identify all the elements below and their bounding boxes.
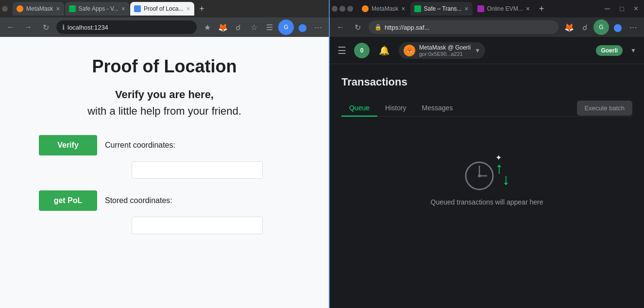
safe-apps-favicon	[69, 5, 76, 12]
tx-tab-queue-label: Queue	[349, 104, 370, 112]
bing-icon[interactable]: ⬤	[296, 20, 309, 34]
right-evm-favicon	[477, 5, 484, 12]
extensions-icon[interactable]: ☌	[232, 20, 245, 34]
page-title: Proof of Location	[92, 56, 237, 77]
tab-proof-left[interactable]: Proof of Loca... ×	[130, 2, 194, 16]
tab-close-safe-apps[interactable]: ×	[121, 5, 125, 13]
lock-icon: ℹ	[62, 23, 65, 31]
profile-initial: G	[284, 24, 288, 31]
forward-btn[interactable]: →	[21, 20, 35, 34]
verify-button[interactable]: Verify	[39, 135, 97, 155]
account-info: MetaMask @ Goerli gor:0x5E90...a221	[419, 44, 471, 57]
back-btn[interactable]: ←	[4, 20, 17, 34]
goerli-chevron-icon[interactable]: ▼	[630, 47, 636, 54]
right-browser-panel: MetaMask × Safe – Trans... × Online EVM.…	[330, 0, 644, 308]
favorites-icon[interactable]: ☆	[247, 20, 261, 34]
safe-status-circle[interactable]: 0	[354, 43, 370, 58]
right-window-controls	[332, 6, 353, 12]
right-extensions-icon[interactable]: ☌	[578, 20, 592, 34]
reload-btn[interactable]: ↻	[39, 20, 52, 34]
address-field[interactable]: ℹ localhost:1234	[56, 20, 197, 34]
notification-icon[interactable]: 🔔	[377, 44, 391, 57]
right-tab-label-metamask: MetaMask	[372, 5, 398, 12]
goerli-badge[interactable]: Goerli	[596, 45, 623, 56]
right-toolbar-icons: 🦊 ☌ G ⬤ ⋯	[562, 19, 640, 35]
star-icon[interactable]: ★	[201, 20, 214, 34]
right-tab-bar: MetaMask × Safe – Trans... × Online EVM.…	[330, 0, 644, 17]
right-minimize-window-btn[interactable]: ─	[601, 4, 614, 13]
tx-tab-history[interactable]: History	[377, 100, 414, 117]
tx-tabs-bar: Queue History Messages Execute batch	[341, 100, 632, 117]
right-profile-avatar[interactable]: G	[593, 19, 609, 35]
minimize-btn[interactable]	[2, 6, 8, 12]
right-restore-btn[interactable]	[339, 6, 345, 12]
tx-tab-queue[interactable]: Queue	[341, 100, 377, 117]
stored-coords-input[interactable]	[132, 217, 263, 234]
right-close-window-btn[interactable]: ×	[630, 4, 642, 13]
right-tab-close-safe-trans[interactable]: ×	[465, 5, 469, 13]
right-tab-close-evm[interactable]: ×	[526, 5, 530, 13]
get-pol-button[interactable]: get PoL	[39, 190, 97, 211]
safe-main-content: Transactions Queue History Messages Exec…	[330, 64, 644, 308]
right-minimize-btn[interactable]	[332, 6, 338, 12]
arrow-down-icon: ↓	[502, 171, 510, 188]
empty-state-icon: ✦ ↑ ↓	[462, 152, 511, 190]
new-tab-btn[interactable]: +	[195, 2, 209, 16]
hamburger-icon[interactable]: ☰	[338, 45, 346, 56]
transactions-title: Transactions	[341, 76, 632, 88]
tab-close-proof[interactable]: ×	[186, 5, 190, 13]
right-address-field[interactable]: 🔒 https://app.saf...	[369, 20, 559, 34]
execute-batch-button[interactable]: Execute batch	[577, 101, 632, 116]
right-profile-initial: G	[599, 24, 603, 31]
page-subtitle: Verify you are here,	[115, 88, 214, 101]
right-tab-close-metamask[interactable]: ×	[401, 5, 405, 13]
right-tab-online-evm[interactable]: Online EVM... ×	[474, 2, 534, 16]
metamask-ext-icon[interactable]: 🦊	[216, 20, 230, 34]
account-addr: gor:0x5E90...a221	[419, 51, 471, 57]
right-safe-favicon	[414, 5, 421, 12]
profile-avatar[interactable]: G	[278, 19, 294, 35]
right-bing-icon[interactable]: ⬤	[611, 20, 625, 34]
right-address-text: https://app.saf...	[385, 24, 430, 31]
right-address-bar-row: ← ↻ 🔒 https://app.saf... 🦊 ☌ G ⬤ ⋯	[330, 17, 644, 37]
proof-favicon	[134, 5, 141, 12]
right-tab-safe-trans[interactable]: Safe – Trans... ×	[410, 2, 473, 16]
tx-tab-history-label: History	[385, 104, 407, 112]
left-browser-chrome: MetaMask × Safe Apps - V... × Proof of L…	[0, 0, 329, 37]
sidebar-toggle-icon[interactable]: ☰	[263, 20, 276, 34]
left-tab-bar: MetaMask × Safe Apps - V... × Proof of L…	[0, 0, 329, 17]
more-btn[interactable]: ⋯	[311, 20, 325, 34]
right-more-btn[interactable]: ⋯	[627, 20, 640, 34]
stored-coords-label: Stored coordinates:	[105, 196, 172, 205]
safe-status-number: 0	[360, 47, 364, 54]
address-text: localhost:1234	[68, 24, 108, 31]
account-chevron-icon: ▼	[475, 47, 480, 54]
tx-tab-messages[interactable]: Messages	[414, 100, 461, 117]
right-metamask-ext-icon[interactable]: 🦊	[562, 20, 576, 34]
left-page-content: Proof of Location Verify you are here, w…	[0, 37, 329, 308]
right-back-btn[interactable]: ←	[334, 20, 347, 34]
right-tab-label-evm: Online EVM...	[487, 5, 523, 12]
get-pol-row: get PoL Stored coordinates:	[39, 190, 290, 211]
tab-label-safe-apps: Safe Apps - V...	[79, 5, 119, 12]
tx-tab-messages-label: Messages	[422, 104, 453, 112]
right-browser-chrome: MetaMask × Safe – Trans... × Online EVM.…	[330, 0, 644, 37]
account-metamask-emoji: 🦊	[407, 48, 412, 53]
right-restore-window-btn[interactable]: □	[616, 5, 627, 13]
tab-close-metamask[interactable]: ×	[56, 5, 60, 13]
current-coords-input[interactable]	[132, 161, 263, 179]
right-close-btn[interactable]	[347, 6, 353, 12]
tab-label-proof: Proof of Loca...	[144, 5, 183, 12]
empty-state-text: Queued transactions will appear here	[431, 198, 543, 206]
right-lock-icon: 🔒	[374, 24, 382, 31]
tab-safe-apps-left[interactable]: Safe Apps - V... ×	[65, 2, 129, 16]
right-reload-btn[interactable]: ↻	[351, 20, 365, 34]
left-browser-panel: MetaMask × Safe Apps - V... × Proof of L…	[0, 0, 329, 308]
right-new-tab-btn[interactable]: +	[535, 2, 548, 16]
empty-state-svg: ✦ ↑ ↓	[462, 152, 516, 195]
right-tab-metamask[interactable]: MetaMask ×	[358, 2, 409, 16]
safe-account-area[interactable]: 🦊 MetaMask @ Goerli gor:0x5E90...a221 ▼	[399, 42, 485, 59]
account-metamask-icon: 🦊	[404, 45, 415, 56]
tab-label-metamask: MetaMask	[26, 5, 53, 12]
tab-metamask-left[interactable]: MetaMask ×	[13, 2, 64, 16]
